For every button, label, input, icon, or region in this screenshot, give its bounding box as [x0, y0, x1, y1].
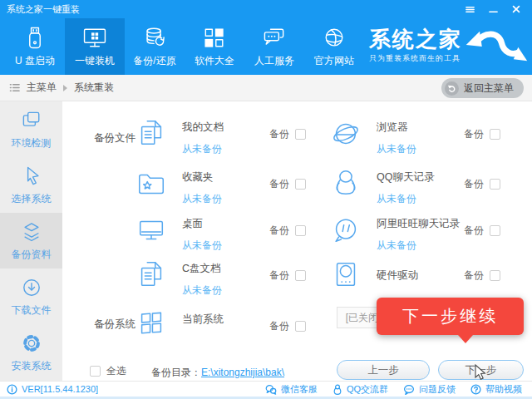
- sidebar-item-install-system[interactable]: 安装系统: [0, 324, 62, 380]
- titlebar: 系统之家一键重装: [0, 0, 532, 18]
- nav-official-website[interactable]: 官方网站: [304, 18, 364, 75]
- breadcrumb-current: 系统重装: [74, 81, 114, 95]
- next-step-tooltip: 下一步继续: [377, 298, 524, 335]
- row-title: 我的文档: [182, 121, 224, 135]
- windows-copy-icon: [20, 109, 43, 132]
- sidebar-label: 安装系统: [12, 359, 52, 373]
- row-title: 硬件驱动: [377, 268, 418, 283]
- backup-checkbox[interactable]: [295, 225, 306, 236]
- select-all-checkbox[interactable]: [90, 366, 101, 377]
- download-icon: [20, 276, 43, 299]
- qq-group-link[interactable]: QQ交流群: [332, 383, 388, 396]
- previous-step-button[interactable]: 上一步: [337, 360, 430, 380]
- nav-label: 一键装机: [75, 54, 115, 68]
- row-status: 从未备份: [182, 142, 224, 156]
- backup-checkbox[interactable]: [490, 129, 500, 140]
- backup-checkbox[interactable]: [490, 179, 500, 190]
- backup-files-label: 备份文件: [94, 131, 135, 145]
- backup-label: 备份: [269, 319, 289, 333]
- folder-star-icon: [135, 168, 167, 200]
- backup-row-desktop: 桌面从未备份 备份: [135, 214, 306, 254]
- brand-tagline: 只为重装系统而生的工具: [369, 53, 462, 64]
- mouse-cursor: [474, 364, 487, 381]
- nav-usb-boot[interactable]: U 盘启动: [5, 18, 65, 75]
- backup-checkbox[interactable]: [295, 321, 306, 332]
- select-all-label: 全选: [106, 364, 126, 378]
- select-all-control: 全选: [90, 364, 126, 378]
- usb-icon: [22, 25, 48, 52]
- info-icon: [7, 384, 17, 395]
- window-controls: [464, 3, 525, 15]
- documents-icon: [135, 118, 167, 150]
- brand-logo: 系统之家 只为重装系统而生的工具: [369, 26, 529, 66]
- app-window: 系统之家一键重装 U 盘启动 一键装机 备份/还原 软件大全 人工服务: [0, 0, 532, 399]
- nav-customer-service[interactable]: 人工服务: [244, 18, 304, 75]
- backup-checkbox[interactable]: [490, 270, 500, 281]
- nav-software-collection[interactable]: 软件大全: [185, 18, 244, 75]
- qq-penguin-icon: [330, 168, 362, 200]
- window-title: 系统之家一键重装: [7, 3, 80, 16]
- backup-panel: 备份文件 备份系统 我的文档从未备份 备份 收藏夹从未备份 备份 桌面从未备份 …: [62, 101, 532, 381]
- row-title: 浏览器: [377, 121, 416, 135]
- back-arrow-icon: [445, 81, 459, 96]
- row-title: 当前系统: [182, 313, 224, 327]
- backup-row-hardware-drivers: 硬件驱动 备份: [330, 259, 500, 299]
- logo-swoosh-icon: [464, 26, 529, 66]
- backup-row-qq-chat: QQ聊天记录从未备份 备份: [330, 168, 500, 208]
- close-icon[interactable]: [510, 3, 522, 15]
- sidebar-label: 备份资料: [12, 248, 52, 262]
- row-title: C盘文档: [182, 262, 222, 276]
- back-to-main-menu-button[interactable]: 返回主菜单: [441, 78, 524, 98]
- footer: VER[11.5.44.1230] 微信客服 QQ交流群 问题反馈 帮助视频: [0, 381, 532, 399]
- gear-icon: [20, 332, 43, 355]
- cursor-arrow-icon: [20, 165, 43, 188]
- feedback-bubble-icon: [403, 384, 415, 395]
- feedback-link[interactable]: 问题反馈: [403, 383, 456, 396]
- minimize-icon[interactable]: [487, 3, 499, 15]
- nav-one-click-install[interactable]: 一键装机: [65, 18, 125, 75]
- documents-icon: [135, 259, 167, 291]
- sidebar: 环境检测 选择系统 备份资料 下载文件 安装系统: [0, 101, 62, 381]
- qq-icon: [332, 384, 342, 395]
- database-restore-icon: [141, 25, 168, 52]
- backup-checkbox[interactable]: [490, 225, 500, 236]
- backup-checkbox[interactable]: [295, 270, 306, 281]
- layers-icon: [20, 220, 43, 244]
- version-info: VER[11.5.44.1230]: [7, 384, 98, 395]
- backup-row-my-documents: 我的文档从未备份 备份: [135, 118, 306, 158]
- sidebar-item-download-files[interactable]: 下载文件: [0, 268, 62, 324]
- backup-system-label: 备份系统: [94, 318, 135, 332]
- backup-label: 备份: [464, 127, 484, 141]
- sidebar-item-select-system[interactable]: 选择系统: [0, 157, 62, 213]
- footer-link-label: 微信客服: [281, 383, 318, 396]
- breadcrumb-arrow-icon: [63, 85, 67, 91]
- sidebar-label: 环境检测: [12, 136, 52, 150]
- brand-text: 系统之家 只为重装系统而生的工具: [369, 27, 462, 64]
- row-title: 收藏夹: [182, 170, 222, 185]
- breadcrumb: 主菜单 系统重装 返回主菜单: [0, 75, 532, 101]
- row-status: 从未备份: [182, 192, 222, 206]
- menu-icon[interactable]: [464, 3, 475, 15]
- backup-directory: 备份目录：E:\xitongzhijia\bak\: [151, 366, 284, 380]
- breadcrumb-root[interactable]: 主菜单: [27, 81, 57, 95]
- wechat-support-link[interactable]: 微信客服: [265, 383, 318, 396]
- backup-checkbox[interactable]: [295, 179, 306, 190]
- footer-link-label: 帮助视频: [485, 383, 522, 396]
- sidebar-item-backup-data[interactable]: 备份资料: [0, 213, 62, 268]
- windows-logo-icon: [135, 306, 167, 337]
- sidebar-label: 选择系统: [12, 192, 52, 206]
- question-icon: [470, 384, 481, 395]
- row-title: 阿里旺旺聊天记录: [377, 217, 460, 231]
- nav-label: 软件大全: [195, 54, 234, 68]
- row-status: 从未备份: [377, 142, 416, 156]
- backup-checkbox[interactable]: [295, 129, 306, 140]
- backup-label: 备份: [269, 127, 289, 141]
- row-title: 桌面: [182, 217, 222, 231]
- backup-label: 备份: [464, 177, 484, 191]
- row-status: 从未备份: [182, 283, 222, 298]
- backup-directory-link[interactable]: E:\xitongzhijia\bak\: [201, 367, 284, 378]
- row-title: QQ聊天记录: [377, 170, 434, 185]
- help-video-link[interactable]: 帮助视频: [470, 383, 522, 396]
- nav-backup-restore[interactable]: 备份/还原: [125, 18, 185, 75]
- sidebar-item-env-check[interactable]: 环境检测: [0, 101, 62, 157]
